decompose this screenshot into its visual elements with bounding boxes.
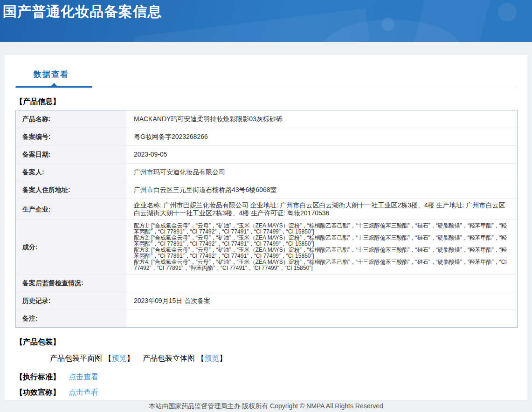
- ingredient-formula-1: 配方1: [“合成氟金云母”，“云母”，“矿油”，“玉米（ZEA MAYS）淀粉…: [134, 223, 510, 235]
- table-row-remark: 备注:: [16, 310, 518, 328]
- ingredient-formula-3: 配方3: [“合成氟金云母”，“云母”，“矿油”，“玉米（ZEA MAYS）淀粉…: [134, 247, 510, 259]
- ingredient-formula-2: 配方2: [“合成氟金云母”，“云母”，“矿油”，“玉米（ZEA MAYS）淀粉…: [134, 235, 510, 247]
- product-info-table: 产品名称: MACKANDY玛可安迪柔羽持妆焕彩眼影03灰棕砂砾 备案编号: 粤…: [15, 110, 518, 328]
- packaging-stereo-label: 产品包装立体图: [143, 354, 197, 362]
- table-row-product-name: 产品名称: MACKANDY玛可安迪柔羽持妆焕彩眼影03灰棕砂砾: [16, 110, 518, 128]
- bracket-close: 】: [126, 354, 134, 362]
- table-row-history: 历史记录: 2023年09月15日 首次备案: [16, 292, 518, 310]
- row-value: 广州市白云区三元里街道石榴桥路43号6楼6068室: [126, 181, 518, 199]
- bracket-close: 】: [219, 354, 227, 362]
- row-value: 2023年09月15日 首次备案: [126, 292, 518, 310]
- ingredient-formula-4: 配方4: [“合成氟金云母”，“云母”，“矿油”，“玉米（ZEA MAYS）淀粉…: [134, 259, 510, 271]
- packaging-stereo-preview-link[interactable]: 预览: [204, 354, 219, 362]
- row-value: 2023-09-05: [126, 146, 518, 164]
- tab-data-view[interactable]: 数据查看: [34, 69, 69, 80]
- packaging-section-title: 【产品包装】: [15, 337, 517, 347]
- execution-standard-title: 【执行标准】: [15, 372, 60, 382]
- table-row-supervision: 备案后监督检查情况:: [16, 275, 518, 292]
- content-card: 数据查看 【产品信息】 产品名称: MACKANDY玛可安迪柔羽持妆焕彩眼影03…: [5, 55, 527, 400]
- packaging-flat-item: 产品包装平面图 【预览】: [50, 354, 134, 364]
- table-row-registrant: 备案人: 广州市玛可安迪化妆品有限公司: [16, 164, 518, 181]
- row-value: 广州市玛可安迪化妆品有限公司: [126, 164, 518, 181]
- efficacy-claim-view-link[interactable]: 点击查看: [69, 388, 98, 396]
- page-banner: 国产普通化妆品备案信息: [0, 0, 532, 42]
- table-row-ingredients: 成分: 配方1: [“合成氟金云母”，“云母”，“矿油”，“玉米（ZEA MAY…: [16, 220, 518, 275]
- execution-standard-view-link[interactable]: 点击查看: [69, 373, 98, 381]
- bracket-open: 【: [104, 354, 111, 362]
- row-value: 配方1: [“合成氟金云母”，“云母”，“矿油”，“玉米（ZEA MAYS）淀粉…: [126, 220, 518, 275]
- table-row-registrant-address: 备案人住所地址: 广州市白云区三元里街道石榴桥路43号6楼6068室: [16, 181, 518, 199]
- row-label: 备案人住所地址:: [16, 181, 126, 199]
- row-label: 备案编号:: [16, 128, 126, 146]
- row-label: 生产企业:: [16, 199, 126, 220]
- tab-arrow-icon: [50, 83, 58, 87]
- tab-underline: [15, 86, 517, 88]
- row-label: 历史记录:: [16, 292, 126, 310]
- row-label: 备案后监督检查情况:: [16, 275, 126, 292]
- row-value: 粤G妆网备字2023268266: [126, 128, 518, 146]
- row-label: 产品名称:: [16, 110, 126, 128]
- row-label: 备注:: [16, 310, 126, 328]
- packaging-flat-label: 产品包装平面图: [50, 354, 104, 362]
- product-info-section-title: 【产品信息】: [15, 97, 517, 107]
- efficacy-claim-row: 【功效宣称】点击查看: [15, 388, 517, 398]
- footer-copyright: 本站由国家药品监督管理局主办 版权所有 Copyright © NMPA All…: [0, 400, 532, 411]
- row-value: [126, 310, 518, 328]
- execution-standard-row: 【执行标准】点击查看: [15, 372, 517, 382]
- bracket-open: 【: [197, 354, 204, 362]
- packaging-row: 产品包装平面图 【预览】 产品包装立体图 【预览】: [50, 354, 527, 364]
- table-row-manufacturer: 生产企业: 企业名称: 广州市巴妮兰化妆品有限公司 企业地址: 广州市白云区白云…: [16, 199, 518, 220]
- row-label: 备案日期:: [16, 146, 126, 164]
- table-row-record-no: 备案编号: 粤G妆网备字2023268266: [16, 128, 518, 146]
- packaging-stereo-item: 产品包装立体图 【预览】: [143, 354, 227, 364]
- row-value: 企业名称: 广州市巴妮兰化妆品有限公司 企业地址: 广州市白云区白云湖街大朗十一…: [126, 199, 518, 220]
- row-value: [126, 275, 518, 292]
- row-label: 成分:: [16, 220, 126, 275]
- page-title: 国产普通化妆品备案信息: [0, 0, 532, 21]
- table-row-record-date: 备案日期: 2023-09-05: [16, 146, 518, 164]
- efficacy-claim-title: 【功效宣称】: [15, 388, 60, 398]
- row-label: 备案人:: [16, 164, 126, 181]
- tab-divider: [92, 87, 517, 87]
- packaging-flat-preview-link[interactable]: 预览: [111, 354, 126, 362]
- page-footer: 本站由国家药品监督管理局主办 版权所有 Copyright © NMPA All…: [0, 400, 532, 412]
- row-value: MACKANDY玛可安迪柔羽持妆焕彩眼影03灰棕砂砾: [126, 110, 518, 128]
